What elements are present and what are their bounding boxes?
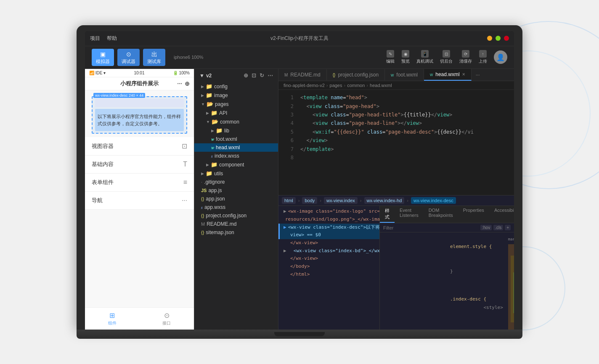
tab-close-icon[interactable]: ×	[462, 71, 465, 77]
tree-item-common[interactable]: ▼ 📂 common	[194, 117, 278, 126]
tree-item-readme[interactable]: M README.md	[194, 220, 278, 228]
breadcrumb-root[interactable]: fino-applet-demo-v2	[284, 83, 325, 88]
laptop-base	[77, 330, 522, 339]
html-tag-wx-view-hd[interactable]: wx-view.index-hd	[364, 197, 405, 204]
html-code-content[interactable]: ▶ <wx-image class="index-logo" src="../r…	[278, 206, 379, 330]
action-preview-label: 预览	[401, 58, 410, 64]
simulator-button[interactable]: ▣ 模拟器	[92, 49, 114, 66]
tab-project-config[interactable]: {} project.config.json	[327, 69, 385, 80]
plus-tag[interactable]: +	[505, 225, 511, 230]
nav-item-view-container[interactable]: 视图容器 ⊡	[85, 137, 194, 156]
action-background[interactable]: ⊡ 切后台	[440, 50, 453, 64]
action-device-debug[interactable]: 📱 真机调试	[416, 50, 433, 64]
element-highlight: 以下将展示小程序官方组件能力，组件样式仅供参考，自定义仅供参考。	[95, 109, 184, 131]
tab-head-wxml[interactable]: w head.wxml ×	[424, 69, 472, 81]
device-label: iphone6 100%	[174, 55, 203, 60]
nav-item-form[interactable]: 表单组件 ≡	[85, 174, 194, 192]
menu-item-project[interactable]: 项目	[90, 35, 100, 42]
edit-icon: ✎	[387, 50, 394, 58]
folder-icon: 📁	[206, 170, 212, 177]
border-bottom: -	[513, 313, 514, 320]
nav-item-form-label: 表单组件	[92, 179, 114, 186]
tree-item-api[interactable]: ▶ 📁 API	[194, 108, 278, 117]
nav-item-navigation[interactable]: 导航 ···	[85, 192, 194, 210]
tab-foot-wxml[interactable]: w foot.wxml	[385, 69, 424, 80]
tree-item-app-js[interactable]: JS app.js	[194, 186, 278, 195]
tree-item-app-wxss[interactable]: 𝒔 app.wxss	[194, 203, 278, 211]
tree-item-project-config[interactable]: {} project.config.json	[194, 211, 278, 220]
tree-icon-3[interactable]: ↻	[260, 72, 264, 79]
code-content-3: <view class="page-head-title">{{title}}<…	[300, 111, 511, 119]
tree-item-pages[interactable]: ▼ 📂 pages	[194, 100, 278, 108]
user-avatar[interactable]: 👤	[494, 50, 507, 64]
tree-item-sitemap[interactable]: {} sitemap.json	[194, 228, 278, 237]
tab-readme-label: README.md	[290, 72, 320, 78]
nav-item-basic-label: 基础内容	[92, 161, 114, 168]
tree-item-lib[interactable]: ▶ 📁 lib	[194, 126, 278, 135]
action-preview[interactable]: ◉ 预览	[401, 50, 410, 64]
css-panel-tabs: 样式 Event Listeners DOM Breakpoints Prope…	[380, 206, 514, 223]
bottom-tab-interface[interactable]: ⊙ 接口	[162, 311, 171, 326]
css-tab-styles[interactable]: 样式	[380, 206, 395, 223]
cls-tag[interactable]: .cls	[493, 225, 503, 230]
code-editor[interactable]: 1 <template name="head"> 2 <view class="…	[278, 90, 514, 195]
breadcrumb-pages[interactable]: pages	[330, 83, 342, 88]
folder-icon: 📁	[206, 83, 212, 90]
html-tag-wx-view-desc[interactable]: wx-view.index-desc	[411, 197, 456, 204]
close-button[interactable]	[504, 36, 509, 41]
html-tag-html[interactable]: html	[282, 197, 296, 204]
html-tag-body[interactable]: body	[302, 197, 317, 204]
css-tab-dom[interactable]: DOM Breakpoints	[424, 206, 458, 223]
tab-readme[interactable]: M README.md	[278, 69, 327, 80]
tree-item-image-label: image	[214, 92, 228, 98]
testlib-button[interactable]: 出 测试库	[143, 49, 165, 66]
action-clear-cache[interactable]: ⟳ 清缓存	[459, 50, 472, 64]
tree-item-utils[interactable]: ▶ 📁 utils	[194, 169, 278, 178]
css-rules: element.style { } .index-desc {	[383, 234, 503, 328]
tree-icon-2[interactable]: ⊡	[252, 72, 256, 79]
menu-item-help[interactable]: 帮助	[107, 35, 117, 42]
html-tag-wx-view-index[interactable]: wx-view.index	[324, 197, 358, 204]
hov-tag[interactable]: :hov	[480, 225, 492, 230]
tree-item-app-json[interactable]: {} app.json	[194, 195, 278, 203]
tree-item-image[interactable]: ▶ 📁 image	[194, 91, 278, 100]
maximize-button[interactable]	[496, 36, 501, 41]
dots-icon: ···	[177, 80, 182, 87]
html-code-line-1: ▶ <wx-image class="index-logo" src="../r…	[278, 208, 379, 216]
css-tab-accessibility[interactable]: Accessibility	[489, 206, 514, 223]
nav-form-icon: ≡	[183, 179, 187, 186]
box-model: margin 10 margin border -	[506, 234, 514, 328]
tree-item-foot-wxml[interactable]: 𝒘 foot.wxml	[194, 135, 278, 143]
breadcrumb-common[interactable]: common	[347, 83, 365, 88]
components-tab-icon: ⊞	[108, 311, 117, 319]
tree-item-config[interactable]: ▶ 📁 config	[194, 82, 278, 91]
tree-item-component[interactable]: ▶ 📁 component	[194, 160, 278, 169]
title-bar: 项目 帮助 v2-FinClip小程序开发工具	[85, 31, 514, 46]
close-bracket: }	[450, 269, 453, 274]
action-edit[interactable]: ✎ 编辑	[386, 50, 395, 64]
tree-icon-1[interactable]: ⊕	[244, 72, 248, 79]
tree-item-gitignore[interactable]: · .gitignore	[194, 178, 278, 186]
element-label: wx-view.index-desc 240 × 44	[93, 93, 145, 98]
wxml-icon: 𝒘	[211, 145, 214, 150]
tree-icon-4[interactable]: ⋯	[268, 72, 273, 79]
tab-more[interactable]: ···	[472, 69, 484, 80]
code-line-3: 3 <view class="page-head-title">{{title}…	[278, 111, 514, 119]
html-code-line-4: view> == $0	[278, 231, 379, 239]
tree-item-head-wxml[interactable]: 𝒘 head.wxml	[194, 143, 278, 152]
action-upload[interactable]: ↑ 上传	[479, 50, 487, 64]
nav-item-basic-content[interactable]: 基础内容 T	[85, 156, 194, 174]
tree-item-index-wxss[interactable]: 𝒔 index.wxss	[194, 152, 278, 160]
css-tab-event[interactable]: Event Listeners	[395, 206, 424, 223]
debugger-button[interactable]: ⊙ 调试器	[117, 49, 140, 66]
css-tab-properties[interactable]: Properties	[458, 206, 489, 223]
active-dot: ▶	[284, 224, 286, 232]
wxml-icon: 𝒘	[211, 137, 214, 142]
breadcrumb-file[interactable]: head.wxml	[370, 83, 392, 88]
css-rule-element-close: }	[383, 259, 503, 284]
minimize-button[interactable]	[487, 36, 492, 41]
bottom-tab-components[interactable]: ⊞ 组件	[108, 311, 117, 326]
breadcrumb-sep-3: ›	[366, 83, 368, 88]
tree-item-utils-label: utils	[214, 171, 223, 177]
css-filter-input[interactable]	[383, 225, 478, 230]
